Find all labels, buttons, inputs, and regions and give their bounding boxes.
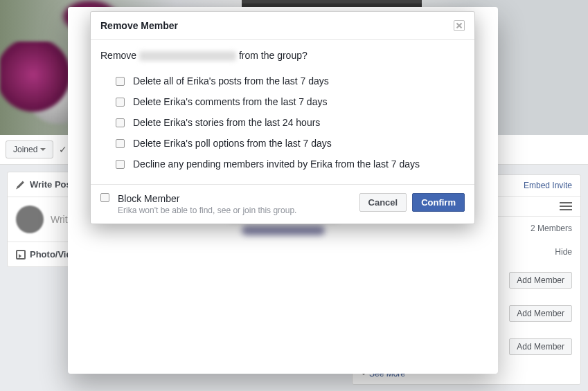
blurred-text (242, 226, 325, 235)
option-label: Delete Erika's comments from the last 7 … (133, 96, 327, 107)
block-title: Block Member (118, 193, 296, 204)
redacted-name (139, 51, 236, 61)
option-delete-posts[interactable]: Delete all of Erika's posts from the las… (116, 71, 465, 91)
option-delete-comments[interactable]: Delete Erika's comments from the last 7 … (116, 91, 465, 112)
block-member-section: Block Member Erika won't be able to find… (100, 193, 296, 215)
confirm-button[interactable]: Confirm (412, 193, 465, 212)
modal-title: Remove Member (100, 20, 178, 31)
modal-overlay: Remove Member Remove from the group? Del… (0, 0, 588, 391)
checkbox[interactable] (116, 139, 125, 148)
cancel-button[interactable]: Cancel (359, 193, 407, 212)
checkbox[interactable] (116, 98, 125, 107)
checkbox[interactable] (116, 118, 125, 127)
option-delete-polls[interactable]: Delete Erika's poll options from the las… (116, 133, 465, 154)
modal-footer: Block Member Erika won't be able to find… (91, 184, 474, 224)
remove-suffix: from the group? (239, 50, 308, 61)
checkbox[interactable] (116, 77, 125, 86)
modal-header: Remove Member (91, 12, 474, 40)
options-list: Delete all of Erika's posts from the las… (116, 71, 465, 174)
option-label: Delete Erika's poll options from the las… (133, 138, 332, 149)
option-label: Decline any pending members invited by E… (133, 158, 420, 170)
block-subtitle: Erika won't be able to find, see or join… (118, 206, 296, 215)
remove-member-modal: Remove Member Remove from the group? Del… (90, 11, 475, 224)
option-delete-stories[interactable]: Delete Erika's stories from the last 24 … (116, 112, 465, 133)
remove-prefix: Remove (100, 50, 136, 61)
option-decline-invites[interactable]: Decline any pending members invited by E… (116, 154, 465, 174)
close-icon[interactable] (454, 20, 465, 31)
checkbox[interactable] (116, 160, 125, 169)
option-label: Delete Erika's stories from the last 24 … (133, 117, 320, 128)
checkbox[interactable] (100, 193, 109, 202)
remove-prompt: Remove from the group? (100, 50, 465, 61)
option-label: Delete all of Erika's posts from the las… (133, 75, 329, 87)
footer-buttons: Cancel Confirm (359, 193, 465, 212)
modal-body: Remove from the group? Delete all of Eri… (91, 40, 474, 184)
block-text: Block Member Erika won't be able to find… (118, 193, 296, 215)
